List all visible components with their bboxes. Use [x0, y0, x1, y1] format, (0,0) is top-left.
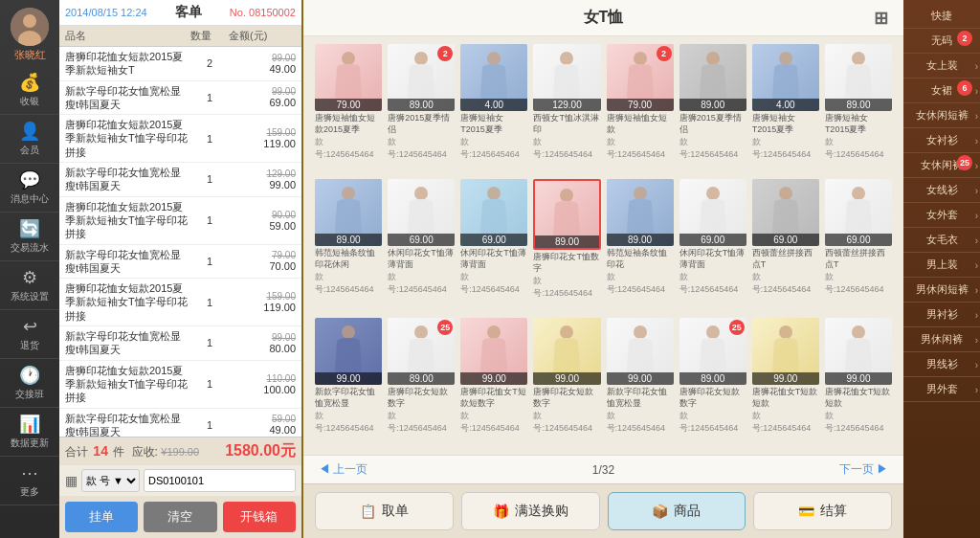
product-card[interactable]: 99.00 唐狮印花恤女T短款短数字 款号:1245645464	[460, 318, 527, 447]
product-name: 西顿蕾丝拼接西点T	[752, 248, 819, 270]
right-sidebar-item-line[interactable]: 女线衫 ›	[903, 178, 980, 203]
checkout-button[interactable]: 💳 结算	[753, 492, 892, 530]
product-price: 69.00	[679, 234, 746, 246]
order-item: 唐狮印花恤女短款2015夏季新款短袖女T恤字母印花拼接 1 159.00 119…	[59, 115, 301, 163]
product-card[interactable]: 2 79.00 唐狮短袖恤女短款 款号:1245645464	[607, 44, 674, 173]
item-price: 110.00 100.00	[229, 373, 296, 395]
product-card[interactable]: 89.00 唐狮2015夏季情侣 款号:1245645464	[679, 44, 746, 173]
product-card[interactable]: 69.00 西顿蕾丝拼接西点T 款号:1245645464	[825, 179, 892, 312]
product-name: 唐狮花恤女T短款短款	[825, 387, 892, 409]
svg-point-3	[342, 52, 355, 65]
right-item-label: 快捷	[931, 9, 952, 23]
product-card[interactable]: 99.00 唐狮花恤女T短款短款 款号:1245645464	[752, 318, 819, 447]
item-price: 59.00 49.00	[229, 414, 296, 436]
product-card[interactable]: 89.00 韩范短袖条纹恤印花休闲 款号:1245645464	[315, 179, 382, 312]
right-sidebar-item-men-leisure[interactable]: 男休闲裤 ›	[903, 327, 980, 352]
product-price: 99.00	[752, 372, 819, 385]
product-card[interactable]: 89.00 唐狮短袖女T2015夏季 款号:1245645464	[825, 44, 892, 173]
prev-page-button[interactable]: ◀ 上一页	[319, 461, 368, 478]
right-sidebar-item-leisure-pants[interactable]: 女休闲短裤 ›	[903, 103, 980, 128]
product-card[interactable]: 89.00 韩范短袖条纹恤印花 款号:1245645464	[607, 179, 674, 312]
hold-button[interactable]: 挂单	[65, 502, 138, 532]
product-image-wrap: 99.00	[315, 318, 382, 385]
checkout-icon: 💳	[798, 504, 814, 519]
right-sidebar-item-top[interactable]: 女上装 ›	[903, 54, 980, 78]
item-orig-price: 59.00	[229, 414, 296, 424]
sidebar-item-message[interactable]: 💬 消息中心	[0, 164, 59, 213]
order-buttons: 挂单 清空 开钱箱	[59, 496, 301, 538]
order-item: 新款字母印花女恤宽松显瘦t韩国夏天 1 99.00 80.00	[59, 326, 301, 361]
col-price: 金额(元)	[229, 29, 296, 43]
next-page-button[interactable]: 下一页 ▶	[839, 461, 888, 478]
right-sidebar-item-quick[interactable]: 快捷	[903, 4, 980, 29]
order-item: 唐狮印花恤女短款2015夏季新款短袖女T恤字母印花拼接 1 90.00 59.0…	[59, 197, 301, 245]
product-card[interactable]: 4.00 唐狮短袖女T2015夏季 款号:1245645464	[460, 44, 527, 173]
take-order-button[interactable]: 📋 取单	[315, 492, 454, 530]
input-mode-select[interactable]: 款 号 ▼	[81, 469, 140, 492]
clear-button[interactable]: 清空	[144, 502, 216, 532]
right-arrow-icon: ›	[975, 334, 978, 345]
product-card[interactable]: 2 89.00 唐狮2015夏季情侣 款号:1245645464	[388, 44, 455, 173]
item-name: 唐狮印花恤女短款2015夏季新款短袖女T恤字母印花拼接	[65, 364, 190, 405]
order-barcode-input[interactable]	[144, 469, 296, 492]
sidebar-item-member[interactable]: 👤 会员	[0, 115, 59, 164]
product-card[interactable]: 25 89.00 唐狮印花女短款数字 款号:1245645464	[388, 318, 455, 447]
product-name: 唐狮印花女短款数字	[388, 387, 455, 409]
product-name: 韩范短袖条纹恤印花休闲	[315, 248, 382, 270]
svg-point-15	[634, 187, 647, 200]
right-sidebar-item-mao[interactable]: 女毛衣 ›	[903, 228, 980, 253]
right-sidebar-item-shirt[interactable]: 女衬衫 ›	[903, 128, 980, 153]
svg-point-23	[634, 325, 647, 339]
product-card[interactable]: 99.00 唐狮花恤女T短款短款 款号:1245645464	[825, 318, 892, 447]
svg-point-18	[852, 187, 865, 200]
cashier-icon: 💰	[19, 72, 40, 93]
sidebar-item-cashier[interactable]: 💰 收银	[0, 66, 59, 115]
product-card[interactable]: 89.00 唐狮印花女T恤数字 款号:1245645464	[533, 179, 600, 312]
right-sidebar-item-skirt[interactable]: 女裙 6 ›	[903, 78, 980, 103]
product-button[interactable]: 📦 商品	[608, 492, 746, 530]
order-input-row: ▦ 款 号 ▼	[59, 465, 301, 496]
sidebar-item-flow[interactable]: 🔄 交易流水	[0, 213, 59, 261]
sidebar-item-more[interactable]: ⋯ 更多	[0, 457, 59, 505]
right-sidebar-item-men-shirt[interactable]: 男衬衫 ›	[903, 303, 980, 327]
sidebar-item-return[interactable]: ↩ 退货	[0, 310, 59, 359]
product-card[interactable]: 99.00 唐狮印花女短款数字 款号:1245645464	[533, 318, 600, 447]
product-card[interactable]: 69.00 休闲印花女T恤薄薄背面 款号:1245645464	[460, 179, 527, 312]
order-item: 唐狮印花恤女短款2015夏季新款短袖女T恤字母印花拼接 1 159.00 119…	[59, 279, 301, 326]
item-qty: 1	[190, 92, 229, 103]
right-sidebar-item-leisure-wear[interactable]: 女休闲裤 25 ›	[903, 153, 980, 178]
sidebar-item-settings[interactable]: ⚙ 系统设置	[0, 261, 59, 310]
shift-icon: 🕐	[19, 365, 40, 386]
item-orig-price: 159.00	[229, 291, 296, 302]
product-card[interactable]: 69.00 休闲印花女T恤薄薄背面 款号:1245645464	[679, 179, 746, 312]
right-sidebar-item-men-top[interactable]: 男上装 ›	[903, 253, 980, 278]
item-qty: 1	[190, 419, 229, 431]
product-card[interactable]: 69.00 休闲印花女T恤薄薄背面 款号:1245645464	[388, 179, 455, 312]
product-card[interactable]: 99.00 新款字印花女恤恤宽松显 款号:1245645464	[607, 318, 674, 447]
grid-toggle[interactable]: ⊞	[874, 8, 888, 29]
product-card[interactable]: 25 89.00 唐狮印花女短款数字 款号:1245645464	[679, 318, 746, 447]
promo-button[interactable]: 🎁 满送换购	[461, 492, 600, 530]
item-price: 99.00 69.00	[229, 86, 296, 108]
product-sku: 款号:1245645464	[388, 271, 455, 296]
item-name: 新款字母印花女恤宽松显瘦t韩国夏天	[65, 329, 190, 357]
product-price: 89.00	[679, 372, 746, 385]
cash-button[interactable]: 开钱箱	[223, 502, 296, 532]
right-sidebar-item-men-coat[interactable]: 男外套 ›	[903, 377, 980, 402]
sidebar-item-data[interactable]: 📊 数据更新	[0, 408, 59, 457]
product-card[interactable]: 4.00 唐狮短袖女T2015夏季 款号:1245645464	[752, 44, 819, 173]
right-badge: 2	[957, 31, 972, 46]
sidebar-item-shift[interactable]: 🕐 交接班	[0, 359, 59, 408]
product-card[interactable]: 99.00 新款字印花女恤恤宽松显 款号:1245645464	[315, 318, 382, 447]
product-price: 89.00	[607, 234, 674, 246]
item-qty: 2	[190, 57, 229, 69]
right-sidebar-item-coat[interactable]: 女外套 ›	[903, 203, 980, 228]
item-name: 新款字母印花女恤宽松显瘦t韩国夏天	[65, 84, 190, 112]
right-sidebar-item-men-line[interactable]: 男线衫 ›	[903, 352, 980, 377]
product-card[interactable]: 129.00 西顿女T恤冰淇淋印 款号:1245645464	[533, 44, 600, 173]
right-sidebar-item-nocode[interactable]: 无码 2	[903, 29, 980, 54]
product-card[interactable]: 79.00 唐狮短袖恤女短款2015夏季 款号:1245645464	[315, 44, 382, 173]
product-card[interactable]: 69.00 西顿蕾丝拼接西点T 款号:1245645464	[752, 179, 819, 312]
right-sidebar-item-men-shorts[interactable]: 男休闲短裤 ›	[903, 278, 980, 303]
product-sku: 款号:1245645464	[679, 271, 746, 296]
